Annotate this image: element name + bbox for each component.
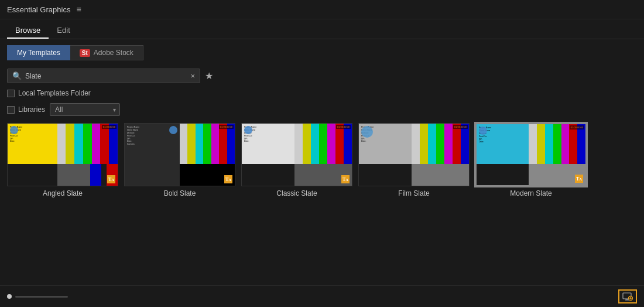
- local-templates-label: Local Templates Folder: [18, 89, 91, 97]
- libraries-checkbox-wrap: Libraries: [7, 105, 45, 114]
- timecode2: 01:00:00:00: [219, 125, 234, 129]
- timecode5: 01:00:00:00: [570, 125, 584, 129]
- tab-browse[interactable]: Browse: [7, 23, 49, 39]
- ta-icon3: TA: [341, 175, 350, 183]
- libraries-filter-row: Libraries All ▾: [0, 101, 644, 121]
- template-thumb-classic-slate: Project NameClient NameDirector:Prod Co:…: [241, 123, 352, 186]
- libraries-select[interactable]: All: [50, 103, 120, 116]
- footer: [0, 285, 644, 307]
- search-input[interactable]: [25, 72, 187, 80]
- thumb-icon4: [361, 126, 373, 138]
- tab-edit[interactable]: Edit: [49, 23, 78, 39]
- template-item-bold-slate[interactable]: Project NameClient NameDirector:Prod Co:…: [124, 123, 235, 197]
- app-title: Essential Graphics: [7, 5, 70, 14]
- template-item-angled-slate[interactable]: Project NameClient NameDirector:Prod Co:…: [7, 123, 118, 197]
- zoom-slider-wrap: [7, 294, 68, 299]
- tab-bar: Browse Edit: [0, 19, 644, 39]
- template-label-angled-slate: Angled Slate: [43, 189, 83, 197]
- my-templates-button[interactable]: My Templates: [7, 45, 70, 60]
- template-item-modern-slate[interactable]: Project NameClient NameDirector:Prod Co:…: [475, 123, 587, 197]
- template-label-classic-slate: Classic Slate: [276, 189, 317, 197]
- thumb-icon5: [479, 127, 487, 135]
- source-bar: My Templates St Adobe Stock: [0, 39, 644, 66]
- thumb-icon: [10, 126, 18, 134]
- libraries-label: Libraries: [18, 105, 45, 114]
- new-template-icon: [622, 292, 633, 301]
- adobe-stock-label: Adobe Stock: [94, 49, 133, 57]
- search-clear-button[interactable]: ×: [190, 71, 195, 80]
- template-label-film-slate: Film Slate: [398, 189, 429, 197]
- header: Essential Graphics ≡: [0, 0, 644, 19]
- search-input-wrap: 🔍 ×: [7, 69, 200, 83]
- search-bar: 🔍 × ★: [0, 66, 644, 86]
- menu-icon[interactable]: ≡: [76, 5, 81, 14]
- template-thumb-angled-slate: Project NameClient NameDirector:Prod Co:…: [7, 123, 118, 186]
- local-templates-checkbox-wrap: Local Templates Folder: [7, 89, 91, 97]
- adobe-stock-button[interactable]: St Adobe Stock: [70, 45, 143, 60]
- timecode: 01:00:00:00: [102, 125, 117, 129]
- thumb-icon3: [244, 126, 252, 134]
- favorites-star-icon[interactable]: ★: [205, 70, 213, 81]
- libraries-select-wrap: All ▾: [50, 103, 120, 116]
- local-templates-filter-row: Local Templates Folder: [0, 86, 644, 101]
- template-item-film-slate[interactable]: Project NameClient NameDirector:Prod Co:…: [358, 123, 470, 197]
- template-thumb-bold-slate: Project NameClient NameDirector:Prod Co:…: [124, 123, 235, 186]
- ta-icon5: TA: [575, 175, 583, 183]
- template-label-modern-slate: Modern Slate: [510, 189, 551, 197]
- timecode4: 01:00:00:00: [453, 125, 468, 129]
- new-template-button[interactable]: [618, 289, 637, 303]
- slider-track[interactable]: [15, 296, 68, 298]
- ta-icon: TA: [107, 175, 115, 183]
- template-thumb-modern-slate: Project NameClient NameDirector:Prod Co:…: [475, 123, 587, 186]
- timecode3: 01:00:00:00: [336, 125, 351, 129]
- slider-handle[interactable]: [7, 294, 12, 299]
- template-label-bold-slate: Bold Slate: [164, 189, 196, 197]
- local-templates-checkbox[interactable]: [7, 90, 15, 97]
- template-thumb-film-slate: Project NameClient NameDirector:Prod Co:…: [358, 123, 470, 186]
- search-icon: 🔍: [12, 71, 22, 80]
- template-item-classic-slate[interactable]: Project NameClient NameDirector:Prod Co:…: [241, 123, 352, 197]
- libraries-checkbox[interactable]: [7, 106, 15, 114]
- ta-icon2: TA: [224, 175, 232, 183]
- templates-grid: Project NameClient NameDirector:Prod Co:…: [0, 121, 644, 285]
- adobe-st-badge: St: [80, 49, 90, 57]
